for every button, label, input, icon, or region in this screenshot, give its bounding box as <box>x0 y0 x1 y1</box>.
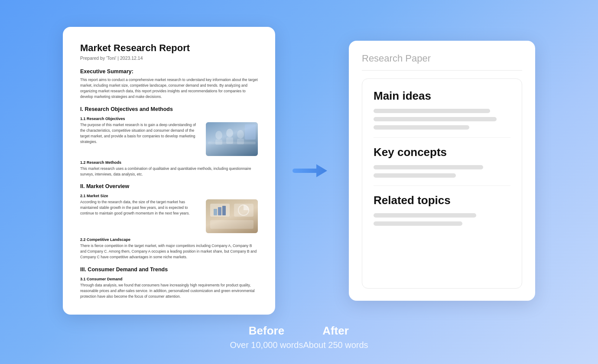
svg-rect-10 <box>210 220 254 229</box>
section-consumer-demand: III. Consumer Demand and Trends <box>80 266 258 273</box>
row-2-1: According to the research data, the size… <box>80 199 258 233</box>
bar-main-ideas-1 <box>374 109 490 113</box>
svg-rect-11 <box>214 209 217 215</box>
bar-key-concepts-1 <box>374 165 483 169</box>
row-1-1: The purpose of this market research is t… <box>80 122 258 156</box>
sub-1-1: 1.1 Research Objectives <box>80 117 258 121</box>
bar-related-topics-1 <box>374 213 476 218</box>
bar-main-ideas-2 <box>374 117 497 121</box>
section-research-objectives: I. Research Objectives and Methods <box>80 106 258 112</box>
svg-rect-13 <box>222 206 226 215</box>
text-3-1: Through data analysis, we found that con… <box>80 283 258 300</box>
heading-main-ideas: Main ideas <box>374 89 510 103</box>
section-market-overview: II. Market Overview <box>80 183 258 189</box>
divider-1 <box>374 137 510 138</box>
row-1-1-texts: The purpose of this market research is t… <box>80 122 201 147</box>
doc-title: Market Research Report <box>80 42 258 54</box>
labels-row: Before Over 10,000 words After About 250… <box>195 324 403 350</box>
row-2-1-texts: According to the research data, the size… <box>80 199 201 219</box>
after-card: Research Paper Main ideas Key concepts R… <box>349 41 535 301</box>
after-label-sub: About 250 words <box>303 340 368 350</box>
img-charts-visual <box>206 199 258 233</box>
before-label-group: Before Over 10,000 words <box>230 324 303 350</box>
svg-rect-12 <box>218 207 221 215</box>
after-inner-card: Main ideas Key concepts Related topics <box>362 78 522 289</box>
arrow-container <box>292 158 332 184</box>
img-meeting-visual <box>206 122 258 156</box>
image-meeting <box>206 122 258 156</box>
heading-key-concepts: Key concepts <box>374 146 510 159</box>
svg-point-1 <box>215 131 222 140</box>
sub-2-1: 2.1 Market Size <box>80 194 258 198</box>
before-card: Market Research Report Prepared by 'Toni… <box>63 27 275 315</box>
after-card-title: Research Paper <box>362 53 522 71</box>
text-2-2: There is fierce competition in the targe… <box>80 243 258 260</box>
svg-rect-2 <box>215 140 222 145</box>
bar-main-ideas-3 <box>374 125 469 130</box>
executive-summary-text: This report aims to conduct a comprehens… <box>80 77 258 100</box>
comparison-area: Market Research Report Prepared by 'Toni… <box>0 14 598 315</box>
sub-1-2: 1.2 Research Methods <box>80 160 258 165</box>
svg-point-3 <box>226 129 233 137</box>
after-label-group: After About 250 words <box>303 324 368 350</box>
sub-2-2: 2.2 Competitive Landscape <box>80 237 258 242</box>
text-1-1: The purpose of this market research is t… <box>80 122 201 145</box>
bar-key-concepts-2 <box>374 173 456 178</box>
text-2-1: According to the research data, the size… <box>80 199 201 217</box>
svg-rect-4 <box>226 137 233 144</box>
after-label-main: After <box>322 324 349 338</box>
direction-arrow <box>292 158 332 184</box>
svg-rect-6 <box>237 139 244 144</box>
text-1-2: This market research uses a combination … <box>80 166 258 177</box>
sub-3-1: 3.1 Consumer Demand <box>80 277 258 281</box>
divider-2 <box>374 185 510 186</box>
svg-point-5 <box>237 130 244 139</box>
before-label-sub: Over 10,000 words <box>230 340 303 350</box>
image-charts <box>206 199 258 233</box>
section-executive-summary: Executive Summary: <box>80 68 258 75</box>
bar-related-topics-2 <box>374 221 462 226</box>
doc-meta: Prepared by 'Toni' | 2023.12.14 <box>80 55 258 61</box>
svg-rect-7 <box>245 124 256 140</box>
before-label-main: Before <box>249 324 284 338</box>
heading-related-topics: Related topics <box>374 194 510 207</box>
